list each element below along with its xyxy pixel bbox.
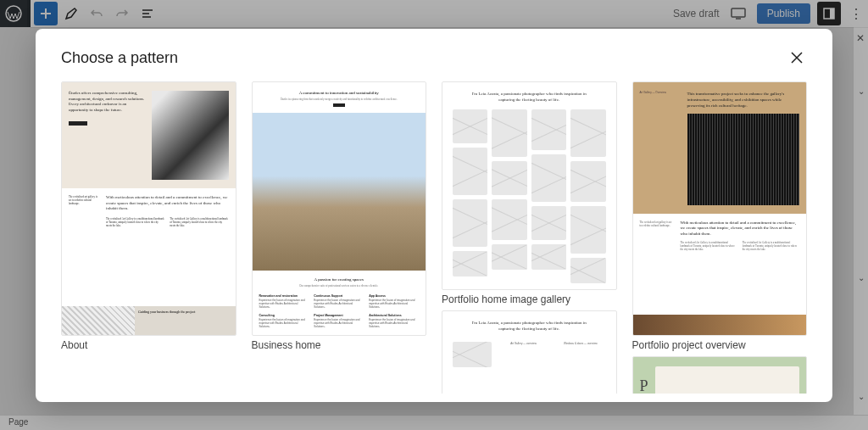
pattern-preview: Art Gallery — Overview This transformati… [632, 81, 808, 336]
pattern-heading: A commitment to innovation and sustainab… [278, 91, 401, 95]
pattern-card-portfolio-gallery[interactable]: I'm Leia Acosta, a passionate photograph… [442, 81, 617, 305]
pattern-preview: A commitment to innovation and sustainab… [252, 81, 427, 336]
modal-backdrop: Choose a pattern Études offers comprehen… [0, 0, 868, 430]
pattern-label: Portfolio home image gallery [442, 293, 617, 305]
pattern-image-placeholder [633, 315, 807, 335]
cta-button-icon [69, 121, 87, 126]
pattern-body-headline: With meticulous attention to detail and … [106, 195, 229, 212]
modal-title: Choose a pattern [61, 49, 178, 67]
pattern-image-placeholder [453, 342, 492, 367]
pattern-preview: I'm Leia Acosta, a passionate photograph… [442, 81, 617, 290]
pattern-caption: Art Gallery — Overview [640, 91, 681, 205]
pattern-feature-grid: Renovation and restorationExperience the… [253, 291, 426, 335]
pattern-foot-headline: Guiding your business through the projec… [135, 306, 236, 335]
pattern-card-portfolio-with-image[interactable]: I'm Leia Acosta, a passionate photograph… [442, 310, 617, 394]
pattern-hero-text: This transformative project seeks to enh… [687, 91, 800, 114]
pattern-image-placeholder [152, 91, 228, 180]
pattern-heading: A passion for creating spaces [278, 277, 401, 282]
pattern-image-placeholder [62, 306, 135, 335]
pattern-caption: The revitalized art gallery is set to re… [69, 195, 99, 299]
pattern-preview: P [632, 356, 808, 394]
pattern-card-business-home[interactable]: A commitment to innovation and sustainab… [252, 81, 427, 351]
pattern-intro-text: I'm Leia Acosta, a passionate photograph… [453, 91, 606, 109]
pattern-modal: Choose a pattern Études offers comprehen… [36, 29, 832, 402]
pattern-image-placeholder [687, 114, 800, 205]
pattern-preview: I'm Leia Acosta, a passionate photograph… [442, 310, 617, 394]
cta-button-icon [333, 103, 345, 107]
pattern-label: Business home [252, 339, 427, 351]
pattern-image-placeholder [655, 366, 799, 394]
pattern-image-placeholder [253, 113, 426, 271]
pattern-card-portfolio-index[interactable]: P [632, 356, 808, 394]
modal-close-button[interactable] [787, 47, 807, 68]
pattern-card-about[interactable]: Études offers comprehensive consulting, … [61, 81, 236, 351]
pattern-preview: Études offers comprehensive consulting, … [61, 81, 236, 336]
pattern-body-headline: With meticulous attention to detail and … [681, 221, 800, 237]
pattern-initial-cap: P [640, 377, 648, 394]
pattern-label: About [61, 339, 236, 351]
pattern-grid: Études offers comprehensive consulting, … [61, 81, 807, 394]
pattern-card-project-overview[interactable]: Art Gallery — Overview This transformati… [632, 81, 808, 351]
pattern-hero-text: Études offers comprehensive consulting, … [69, 91, 145, 113]
pattern-label: Portfolio project overview [632, 339, 808, 351]
pattern-caption: The revitalized art gallery is set to re… [640, 221, 674, 308]
pattern-intro-text: I'm Leia Acosta, a passionate photograph… [453, 320, 606, 337]
